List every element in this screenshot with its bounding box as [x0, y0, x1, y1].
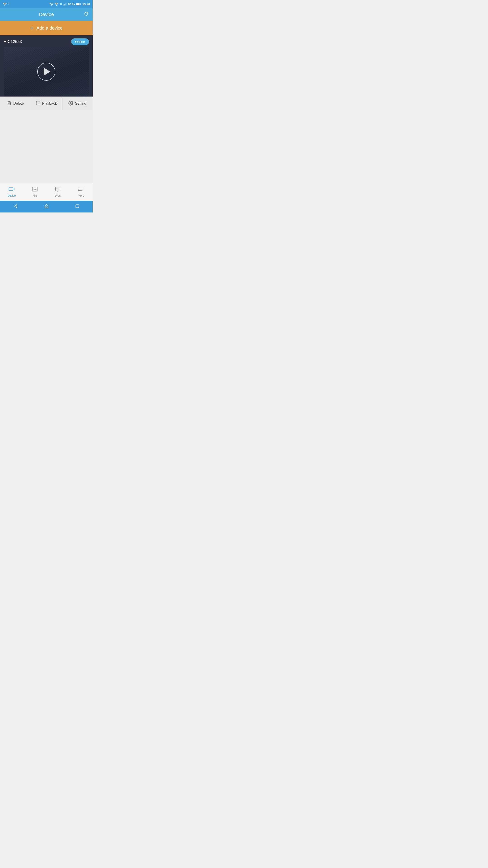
- svg-point-30: [78, 188, 79, 188]
- setting-label: Setting: [75, 101, 86, 105]
- file-nav-icon: [32, 186, 38, 193]
- app-header: Device: [0, 8, 93, 21]
- wifi-question: ?: [8, 3, 9, 5]
- nav-device[interactable]: Device: [0, 183, 23, 201]
- svg-rect-9: [80, 4, 81, 4]
- svg-rect-5: [65, 3, 66, 6]
- add-device-plus-icon: +: [30, 25, 34, 31]
- play-triangle-icon: [43, 68, 51, 76]
- more-nav-label: More: [78, 194, 84, 197]
- svg-marker-33: [14, 204, 17, 208]
- svg-marker-15: [38, 102, 39, 104]
- svg-rect-17: [9, 188, 13, 190]
- wifi-icon: [3, 2, 7, 6]
- nav-file[interactable]: File: [23, 183, 46, 201]
- svg-point-32: [78, 190, 79, 191]
- svg-point-0: [4, 5, 5, 6]
- video-preview[interactable]: [4, 47, 89, 96]
- svg-point-31: [78, 189, 79, 190]
- action-bar: Delete Playback Setting: [0, 96, 93, 110]
- battery-percent: 83 %: [68, 2, 75, 6]
- signal-wifi-icon: [55, 2, 59, 6]
- nav-more[interactable]: More: [70, 183, 93, 201]
- playback-icon: [36, 101, 40, 106]
- svg-point-26: [59, 189, 59, 189]
- svg-rect-4: [64, 4, 65, 5]
- header-title: Device: [39, 11, 54, 18]
- status-left: ?: [3, 2, 9, 6]
- system-nav: [0, 201, 93, 213]
- svg-point-2: [56, 5, 57, 6]
- more-nav-icon: [78, 186, 84, 193]
- svg-point-16: [70, 102, 71, 104]
- svg-point-25: [58, 189, 58, 189]
- device-card-header: HIC12553 Online: [4, 38, 89, 45]
- setting-button[interactable]: Setting: [62, 97, 93, 110]
- bottom-nav: Device File Event: [0, 183, 93, 201]
- device-card: HIC12553 Online: [0, 35, 93, 96]
- nav-event[interactable]: Event: [46, 183, 70, 201]
- playback-button[interactable]: Playback: [31, 97, 62, 110]
- play-button[interactable]: [37, 63, 55, 81]
- event-nav-label: Event: [55, 194, 61, 197]
- svg-point-22: [33, 188, 34, 189]
- online-status-badge: Online: [71, 38, 89, 45]
- time-display: 13:28: [83, 2, 90, 6]
- back-button[interactable]: [8, 202, 24, 212]
- svg-rect-3: [64, 4, 64, 5]
- playback-label: Playback: [42, 101, 57, 105]
- cell-signal-icon: [64, 2, 67, 6]
- svg-rect-34: [76, 205, 79, 208]
- status-bar: ? ✕ 83 % 13:28: [0, 0, 93, 8]
- svg-point-24: [57, 189, 57, 189]
- setting-icon: [68, 101, 73, 107]
- no-service-icon: ✕: [60, 2, 62, 6]
- device-nav-label: Device: [7, 194, 16, 197]
- file-nav-label: File: [33, 194, 37, 197]
- delete-label: Delete: [13, 101, 24, 105]
- device-nav-icon: [8, 186, 15, 193]
- alarm-icon: [50, 2, 53, 6]
- svg-rect-6: [66, 3, 67, 6]
- delete-button[interactable]: Delete: [0, 97, 31, 110]
- status-right: ✕ 83 % 13:28: [50, 2, 90, 6]
- event-nav-icon: [55, 186, 61, 193]
- content-area: [0, 110, 93, 183]
- add-device-label: Add a device: [36, 26, 63, 31]
- recent-button[interactable]: [70, 202, 85, 211]
- battery-icon: [76, 3, 81, 5]
- home-button[interactable]: [39, 202, 55, 212]
- delete-icon: [7, 101, 11, 107]
- svg-rect-8: [76, 3, 79, 5]
- refresh-button[interactable]: [84, 11, 89, 18]
- add-device-banner[interactable]: + Add a device: [0, 21, 93, 35]
- device-name: HIC12553: [4, 39, 22, 44]
